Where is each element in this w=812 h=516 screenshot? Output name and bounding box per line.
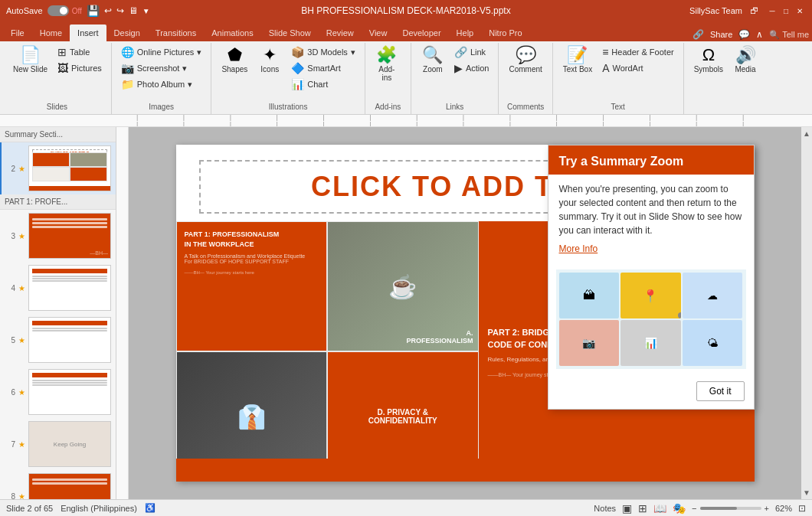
ribbon-collapse-icon[interactable]: ∧ xyxy=(756,29,763,40)
thumb-grid-2 xyxy=(32,152,107,181)
icons-icon: ✦ xyxy=(263,47,277,64)
media-button[interactable]: 🔊 Media xyxy=(730,44,761,76)
tooltip-footer: Got it xyxy=(548,375,754,409)
comment-button[interactable]: 💬 Comment xyxy=(505,44,545,76)
zoom-out-button[interactable]: − xyxy=(692,504,696,513)
normal-view-icon[interactable]: ▣ xyxy=(622,502,632,514)
maximize-button[interactable]: □ xyxy=(780,5,792,17)
slide-thumb-7[interactable]: 7 ★ Keep Going xyxy=(0,418,116,470)
notes-button[interactable]: Notes xyxy=(594,504,616,513)
autosave-switch[interactable] xyxy=(47,5,69,16)
tab-animations[interactable]: Animations xyxy=(204,24,260,41)
tab-slideshow[interactable]: Slide Show xyxy=(261,24,319,41)
tab-insert[interactable]: Insert xyxy=(70,24,106,41)
redo-icon[interactable]: ↪ xyxy=(116,5,124,16)
tab-transitions[interactable]: Transitions xyxy=(148,24,204,41)
tab-help[interactable]: Help xyxy=(449,24,482,41)
ribbon-group-illustrations: ⬟ Shapes ✦ Icons 📦 3D Models ▾ 🔷 SmartAr… xyxy=(211,43,365,114)
tooltip-more-info-link[interactable]: More Info xyxy=(559,242,743,256)
icons-button[interactable]: ✦ Icons xyxy=(254,44,285,76)
ribbon-group-images: 🌐 Online Pictures ▾ 📷 Screenshot ▾ 📁 Pho… xyxy=(112,43,212,114)
zoom-level[interactable]: 62% xyxy=(775,504,792,513)
smartart-button[interactable]: 🔷 SmartArt xyxy=(288,60,359,76)
slide-sorter-icon[interactable]: ⊞ xyxy=(638,502,647,514)
table-button[interactable]: ⊞ Table xyxy=(54,44,105,60)
ribbon-group-slides: 📄 New Slide ⊞ Table 🖼 Pictures Slides xyxy=(3,43,112,114)
quick-access-more[interactable]: ▼ xyxy=(142,7,150,15)
link-button[interactable]: 🔗 Link xyxy=(451,44,493,60)
undo-icon[interactable]: ↩ xyxy=(104,5,112,16)
chart-button[interactable]: 📊 Chart xyxy=(288,77,359,92)
tab-home[interactable]: Home xyxy=(32,24,70,41)
slide-star-7: ★ xyxy=(18,440,25,449)
close-button[interactable]: ✕ xyxy=(794,5,806,17)
comments-icon[interactable]: 💬 xyxy=(738,29,750,40)
slide-num-8: 8 xyxy=(5,492,15,500)
cell2-label: A.PROFESSIONALISM xyxy=(406,329,473,345)
wordart-button[interactable]: A WordArt xyxy=(599,60,677,76)
got-it-button[interactable]: Got it xyxy=(696,381,745,401)
pictures-button[interactable]: 🖼 Pictures xyxy=(54,60,105,76)
shapes-icon: ⬟ xyxy=(228,47,242,64)
accessibility-icon[interactable]: ♿ xyxy=(145,503,156,513)
addins-button[interactable]: 🧩 Add-ins xyxy=(372,44,402,84)
thumb-4-bg xyxy=(29,266,110,310)
slide-canvas[interactable]: CLICK TO ADD TITLE PART 1: PROFESSIONALI… xyxy=(176,145,755,482)
presenter-view-icon[interactable]: 🎭 xyxy=(673,502,686,514)
tab-file[interactable]: File xyxy=(3,24,32,41)
tab-nitro[interactable]: Nitro Pro xyxy=(481,24,529,41)
slide-thumb-2[interactable]: 2 ★ CLICK TO ADD TITLE xyxy=(0,142,116,194)
slide-thumb-8[interactable]: 8 ★ xyxy=(0,470,116,499)
action-button[interactable]: ▶ Action xyxy=(451,60,493,76)
online-pictures-button[interactable]: 🌐 Online Pictures ▾ xyxy=(118,44,205,60)
tab-developer[interactable]: Developer xyxy=(395,24,448,41)
new-slide-button[interactable]: 📄 New Slide xyxy=(9,44,51,76)
share-label[interactable]: Share xyxy=(710,30,732,39)
autosave-toggle[interactable]: Off xyxy=(47,5,82,16)
logo-bar xyxy=(29,186,110,191)
slide-thumb-5[interactable]: 5 ★ xyxy=(0,314,116,366)
text-col: ≡ Header & Footer A WordArt xyxy=(599,44,677,76)
scroll-up-button[interactable]: ▲ xyxy=(801,127,812,140)
photo-album-button[interactable]: 📁 Photo Album ▾ xyxy=(118,77,205,92)
slide-num-3: 3 xyxy=(5,232,15,240)
slide-thumb-6[interactable]: 6 ★ xyxy=(0,366,116,418)
preview-icon-6: 🌤 xyxy=(707,337,718,349)
tab-review[interactable]: Review xyxy=(319,24,362,41)
zoom-in-button[interactable]: + xyxy=(765,504,769,513)
tooltip-header: Try a Summary Zoom xyxy=(548,145,754,175)
online-pictures-label: Online Pictures xyxy=(137,47,195,57)
slide-num-2: 2 xyxy=(6,165,15,173)
preview-icon-2: 📍 xyxy=(643,289,658,303)
zoom-slider[interactable] xyxy=(700,507,761,510)
share-icon[interactable]: 🔗 xyxy=(692,29,704,40)
zoom-button[interactable]: 🔍 Zoom xyxy=(417,44,448,76)
minimize-button[interactable]: ─ xyxy=(766,5,778,17)
text-box-button[interactable]: 📝 Text Box xyxy=(559,44,596,76)
tell-me-box[interactable]: 🔍 Tell me xyxy=(769,30,809,40)
smartart-label: SmartArt xyxy=(307,64,340,73)
tab-view[interactable]: View xyxy=(362,24,395,41)
scroll-down-button[interactable]: ▼ xyxy=(801,486,812,499)
slide-thumb-4[interactable]: 4 ★ xyxy=(0,262,116,314)
symbols-button[interactable]: Ω Symbols xyxy=(690,44,727,76)
monitor-icon[interactable]: 🖥 xyxy=(129,5,138,16)
shapes-button[interactable]: ⬟ Shapes xyxy=(218,44,251,76)
tab-design[interactable]: Design xyxy=(106,24,148,41)
slide-thumb-3[interactable]: 3 ★ —BH— xyxy=(0,210,116,262)
fit-window-button[interactable]: ⊡ xyxy=(798,503,806,514)
right-scrollbar[interactable]: ▲ ▼ xyxy=(801,127,812,499)
save-icon[interactable]: 💾 xyxy=(87,5,100,17)
screenshot-button[interactable]: 📷 Screenshot ▾ xyxy=(118,60,205,76)
chart-icon: 📊 xyxy=(291,78,304,90)
photo-album-icon: 📁 xyxy=(121,78,134,90)
slide-num-6: 6 xyxy=(5,388,15,397)
horizontal-ruler: | | | | | | | | | | | | | | | | | | | | … xyxy=(0,115,812,127)
header-footer-button[interactable]: ≡ Header & Footer xyxy=(599,44,677,60)
reading-view-icon[interactable]: 📖 xyxy=(653,502,666,514)
preview-icon-5: 📊 xyxy=(644,337,657,349)
preview-icon-3: ☁ xyxy=(707,289,718,302)
restore-icon[interactable]: 🗗 xyxy=(750,6,758,15)
shapes-label: Shapes xyxy=(221,65,247,73)
three-d-models-button[interactable]: 📦 3D Models ▾ xyxy=(288,44,359,60)
